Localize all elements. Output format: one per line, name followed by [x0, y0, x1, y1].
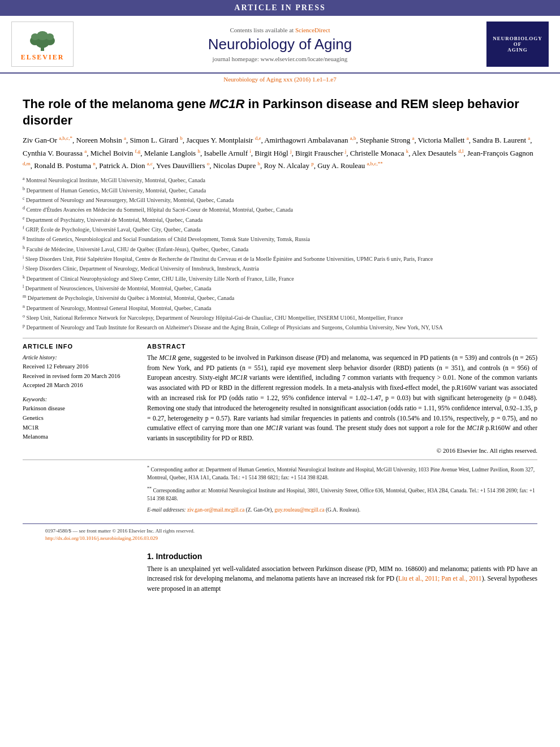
corresponding2-note: ** Corresponding author at: Montréal Neu…: [147, 486, 537, 503]
authors-list: Ziv Gan-Or a,b,c,*, Noreen Mohsin a, Sim…: [23, 134, 537, 172]
svg-point-5: [31, 33, 39, 40]
main-content: The role of the melanoma gene MC1R in Pa…: [0, 84, 560, 600]
keyword-parkinson: Parkinson disease: [23, 404, 136, 414]
history-group: Article history: Received 12 February 20…: [23, 353, 136, 390]
introduction-section: 1. Introduction There is an unexplained …: [23, 552, 537, 594]
intro-left: [23, 552, 136, 594]
journal-logo-right: NEUROBIOLOGYOFAGING: [486, 22, 549, 67]
keywords-group: Keywords: Parkinson disease Genetics MC1…: [23, 395, 136, 442]
intro-right: 1. Introduction There is an unexplained …: [147, 552, 537, 594]
abstract-col: ABSTRACT The MC1R gene, suggested to be …: [147, 343, 537, 454]
footer-issn: 0197-4580/$ — see front matter © 2016 El…: [45, 527, 195, 543]
footer-issn-text: 0197-4580/$ — see front matter © 2016 El…: [45, 527, 195, 535]
sciencedirect-link[interactable]: ScienceDirect: [295, 27, 330, 33]
journal-homepage: journal homepage: www.elsevier.com/locat…: [79, 55, 481, 62]
article-info-col: ARTICLE INFO Article history: Received 1…: [23, 343, 136, 454]
keywords-list: Parkinson disease Genetics MC1R Melanoma: [23, 404, 136, 442]
keyword-genetics: Genetics: [23, 414, 136, 423]
journal-title: Neurobiology of Aging: [79, 36, 481, 53]
svg-point-6: [46, 33, 54, 40]
sciencedirect-line: Contents lists available at ScienceDirec…: [79, 27, 481, 33]
abstract-label: ABSTRACT: [147, 343, 537, 350]
keyword-mc1r: MC1R: [23, 423, 136, 433]
article-info-content: Article history: Received 12 February 20…: [23, 353, 136, 443]
keyword-melanoma: Melanoma: [23, 432, 136, 442]
history-label: Article history:: [23, 353, 136, 362]
elsevier-label: ELSEVIER: [21, 53, 64, 62]
received-revised-date: Received in revised form 20 March 2016: [23, 372, 136, 381]
pan-2011-link[interactable]: Pan et al., 2011: [441, 575, 481, 582]
footnotes-section: * Corresponding author at: Department of…: [23, 460, 537, 518]
abstract-text: The MC1R gene, suggested to be involved …: [147, 353, 537, 444]
intro-text: There is an unexplained yet well-validat…: [147, 564, 537, 594]
received-date: Received 12 February 2016: [23, 362, 136, 372]
accepted-date: Accepted 28 March 2016: [23, 381, 136, 390]
intro-section-title: 1. Introduction: [147, 552, 537, 561]
elsevier-logo: ELSEVIER: [11, 22, 74, 67]
email1-link[interactable]: ziv.gan-or@mail.mcgill.ca: [187, 507, 244, 513]
footer-doi-link[interactable]: http://dx.doi.org/10.1016/j.neurobiolagi…: [45, 535, 158, 541]
footnote-col-right: * Corresponding author at: Department of…: [147, 465, 537, 518]
journal-ref-line: Neurobiology of Aging xxx (2016) 1.e1–1.…: [0, 74, 560, 84]
elsevier-tree-icon: [23, 27, 62, 52]
email2-link[interactable]: guy.rouleau@mcgill.ca: [274, 507, 324, 513]
liu-2011-link[interactable]: Liu et al., 2011;: [398, 575, 440, 582]
corresponding1-note: * Corresponding author at: Department of…: [147, 465, 537, 482]
article-title: The role of the melanoma gene MC1R in Pa…: [23, 96, 537, 128]
article-in-press-banner: ARTICLE IN PRESS: [0, 0, 560, 16]
affiliations: a Montreal Neurological Institute, McGil…: [23, 175, 537, 332]
abstract-copyright: © 2016 Elsevier Inc. All rights reserved…: [147, 447, 537, 454]
journal-header: ELSEVIER Contents lists available at Sci…: [0, 16, 560, 74]
divider-1: [23, 338, 537, 338]
footnote-col-left: [23, 465, 136, 518]
journal-center: Contents lists available at ScienceDirec…: [74, 27, 486, 62]
keywords-label: Keywords:: [23, 395, 136, 404]
email-note: E-mail addresses: ziv.gan-or@mail.mcgill…: [147, 506, 537, 514]
footer-bar: 0197-4580/$ — see front matter © 2016 El…: [23, 523, 537, 546]
article-info-label: ARTICLE INFO: [23, 343, 136, 350]
article-info-abstract: ARTICLE INFO Article history: Received 1…: [23, 343, 537, 454]
